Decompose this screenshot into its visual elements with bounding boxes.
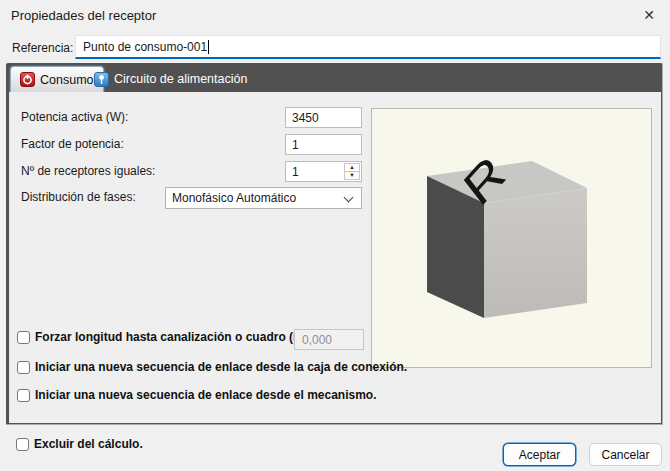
reference-value: Punto de consumo-001 [83, 40, 207, 54]
dialog-title: Propiedades del receptor [11, 8, 156, 23]
potencia-activa-label: Potencia activa (W): [21, 107, 128, 128]
factor-potencia-input[interactable]: 1 [285, 134, 362, 155]
forzar-longitud-value: 0,000 [302, 333, 332, 347]
spinner-down-icon[interactable]: ▼ [344, 172, 360, 180]
checkbox-box[interactable] [17, 389, 30, 402]
factor-potencia-label: Factor de potencia: [21, 134, 124, 155]
checkbox-box[interactable] [17, 361, 30, 374]
cancel-button[interactable]: Cancelar [589, 443, 662, 466]
forzar-longitud-label: Forzar longitud hasta canalización o cua… [35, 330, 312, 344]
tab-circuito-label: Circuito de alimentación [114, 72, 247, 86]
receiver-properties-dialog: Propiedades del receptor ✕ Referencia: P… [0, 0, 670, 471]
secuencia-mecanismo-label: Iniciar una nueva secuencia de enlace de… [35, 388, 377, 402]
spinner-up-icon[interactable]: ▲ [344, 163, 360, 172]
reference-label: Referencia: [12, 41, 73, 55]
num-receptores-input[interactable]: 1 ▲ ▼ [285, 161, 362, 182]
distribucion-fases-select[interactable]: Monofásico Automático [165, 187, 362, 209]
excluir-calculo-checkbox[interactable]: Excluir del cálculo. [16, 437, 143, 451]
close-icon[interactable]: ✕ [634, 4, 664, 26]
tab-circuito-alimentacion[interactable]: Circuito de alimentación [85, 66, 256, 92]
forzar-longitud-input: 0,000 [294, 329, 364, 350]
consumo-tab-panel: Potencia activa (W): 3450 Factor de pote… [9, 92, 661, 423]
forzar-longitud-checkbox[interactable]: Forzar longitud hasta canalización o cua… [17, 330, 312, 344]
text-caret [208, 40, 209, 54]
num-receptores-label: Nº de receptores iguales: [21, 161, 155, 182]
checkbox-box[interactable] [16, 438, 29, 451]
tab-strip: Consumo Circuito de alimentación [6, 63, 662, 92]
cube-graphic: R [372, 109, 651, 367]
titlebar: Propiedades del receptor ✕ [0, 0, 670, 30]
pin-icon [94, 72, 109, 87]
reference-input[interactable]: Punto de consumo-001 [75, 35, 661, 59]
excluir-calculo-label: Excluir del cálculo. [34, 437, 143, 451]
tab-control: Consumo Circuito de alimentación Potenci… [6, 63, 663, 425]
factor-potencia-value: 1 [292, 138, 299, 152]
secuencia-caja-conexion-checkbox[interactable]: Iniciar una nueva secuencia de enlace de… [17, 360, 407, 374]
receiver-3d-preview: R [371, 108, 652, 368]
chevron-down-icon [344, 193, 354, 203]
distribucion-fases-label: Distribución de fases: [21, 187, 136, 208]
secuencia-caja-conexion-label: Iniciar una nueva secuencia de enlace de… [35, 360, 407, 374]
spinner: ▲ ▼ [344, 163, 360, 180]
accept-button[interactable]: Aceptar [503, 443, 576, 466]
power-icon [20, 72, 35, 87]
checkbox-box[interactable] [17, 331, 30, 344]
secuencia-mecanismo-checkbox[interactable]: Iniciar una nueva secuencia de enlace de… [17, 388, 377, 402]
potencia-activa-input[interactable]: 3450 [285, 107, 362, 128]
distribucion-fases-value: Monofásico Automático [172, 191, 296, 205]
potencia-activa-value: 3450 [292, 111, 319, 125]
num-receptores-value: 1 [292, 165, 299, 179]
